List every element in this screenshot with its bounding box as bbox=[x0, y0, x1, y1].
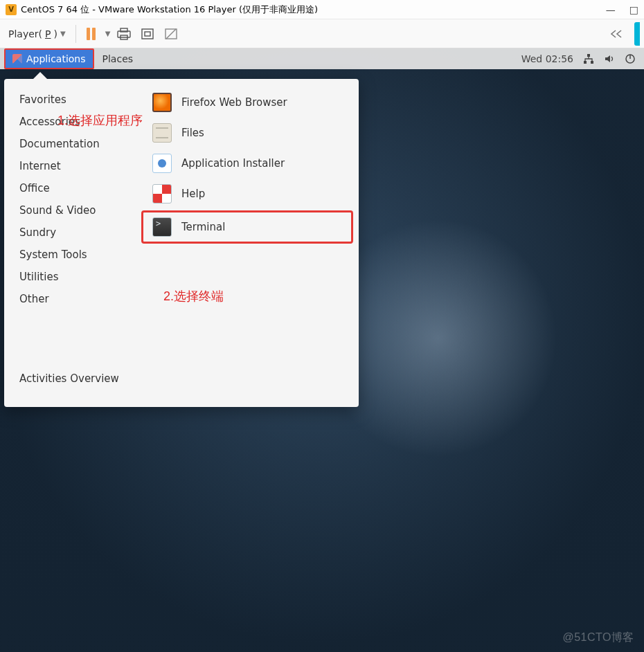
unity-button[interactable] bbox=[161, 24, 181, 44]
window-titlebar: V CentOS 7 64 位 - VMware Workstation 16 … bbox=[0, 0, 644, 19]
panel-clock[interactable]: Wed 02:56 bbox=[521, 53, 573, 64]
window-title: CentOS 7 64 位 - VMware Workstation 16 Pl… bbox=[21, 3, 318, 16]
host-toolbar: Player(P) ▼ ▼ bbox=[0, 19, 644, 48]
svg-rect-9 bbox=[591, 61, 593, 64]
category-internet[interactable]: Internet bbox=[4, 155, 140, 177]
app-files[interactable]: Files bbox=[140, 118, 359, 148]
player-menu[interactable]: Player(P) ▼ bbox=[4, 26, 70, 42]
app-label: Terminal bbox=[181, 221, 225, 233]
app-label: Firefox Web Browser bbox=[181, 96, 287, 109]
places-label: Places bbox=[102, 53, 134, 64]
dropdown-caret-icon: ▼ bbox=[60, 30, 66, 37]
svg-rect-4 bbox=[145, 32, 150, 36]
app-firefox[interactable]: Firefox Web Browser bbox=[140, 87, 359, 118]
watermark: @51CTO博客 bbox=[562, 631, 634, 645]
printer-icon bbox=[116, 27, 132, 41]
category-sundry[interactable]: Sundry bbox=[4, 221, 140, 244]
category-sound-video[interactable]: Sound & Video bbox=[4, 199, 140, 221]
chevrons-left-icon bbox=[609, 30, 623, 38]
application-list: Firefox Web Browser Files Application In… bbox=[140, 79, 359, 407]
category-utilities[interactable]: Utilities bbox=[4, 266, 140, 288]
category-other[interactable]: Other bbox=[4, 288, 140, 310]
app-label: Files bbox=[181, 127, 204, 139]
network-icon[interactable] bbox=[583, 53, 594, 64]
applications-menu-button[interactable]: Applications bbox=[4, 48, 94, 69]
pause-icon bbox=[87, 28, 96, 40]
category-favorites[interactable]: Favorites bbox=[4, 89, 140, 111]
svg-rect-8 bbox=[584, 61, 587, 64]
app-terminal[interactable]: Terminal bbox=[143, 212, 352, 242]
fullscreen-button[interactable] bbox=[138, 24, 157, 44]
application-installer-icon bbox=[152, 154, 172, 173]
category-list: Favorites Accessories Documentation Inte… bbox=[4, 79, 140, 407]
collapse-toolbar-button[interactable] bbox=[607, 24, 626, 44]
app-label: Application Installer bbox=[181, 157, 285, 170]
category-office[interactable]: Office bbox=[4, 177, 140, 199]
player-label-post: ) bbox=[53, 28, 57, 39]
player-label-pre: Player( bbox=[8, 28, 42, 39]
player-mnemonic: P bbox=[45, 28, 51, 39]
help-icon bbox=[152, 184, 172, 203]
pause-dropdown-caret-icon[interactable]: ▼ bbox=[105, 30, 111, 37]
window-minimize-button[interactable]: — bbox=[606, 5, 616, 15]
svg-rect-3 bbox=[142, 29, 153, 39]
app-help[interactable]: Help bbox=[140, 179, 359, 209]
guest-viewport: Applications Places Wed 02:56 bbox=[0, 48, 644, 652]
separator bbox=[75, 25, 76, 43]
pause-vm-button[interactable] bbox=[82, 24, 101, 44]
svg-rect-7 bbox=[587, 54, 590, 57]
terminal-icon bbox=[152, 217, 172, 237]
app-label: Help bbox=[181, 188, 205, 200]
applications-dropdown: Favorites Accessories Documentation Inte… bbox=[4, 79, 359, 407]
window-maximize-button[interactable]: □ bbox=[629, 5, 638, 15]
firefox-icon bbox=[152, 93, 172, 112]
fullscreen-icon bbox=[140, 27, 155, 41]
category-accessories[interactable]: Accessories bbox=[4, 111, 140, 133]
vmware-icon: V bbox=[6, 4, 17, 15]
files-icon bbox=[152, 123, 172, 143]
exit-fullscreen-icon bbox=[163, 27, 179, 41]
gnome-top-panel: Applications Places Wed 02:56 bbox=[0, 48, 644, 69]
svg-line-6 bbox=[166, 29, 176, 39]
applications-icon bbox=[12, 54, 22, 64]
places-menu-button[interactable]: Places bbox=[94, 48, 142, 69]
app-application-installer[interactable]: Application Installer bbox=[140, 148, 359, 179]
category-documentation[interactable]: Documentation bbox=[4, 133, 140, 155]
volume-icon[interactable] bbox=[604, 53, 615, 64]
activities-overview[interactable]: Activities Overview bbox=[4, 365, 140, 397]
power-icon[interactable] bbox=[625, 53, 636, 64]
sidebar-tab[interactable] bbox=[634, 22, 640, 46]
applications-label: Applications bbox=[26, 53, 86, 64]
send-ctrl-alt-del-button[interactable] bbox=[114, 24, 134, 44]
category-system-tools[interactable]: System Tools bbox=[4, 244, 140, 266]
